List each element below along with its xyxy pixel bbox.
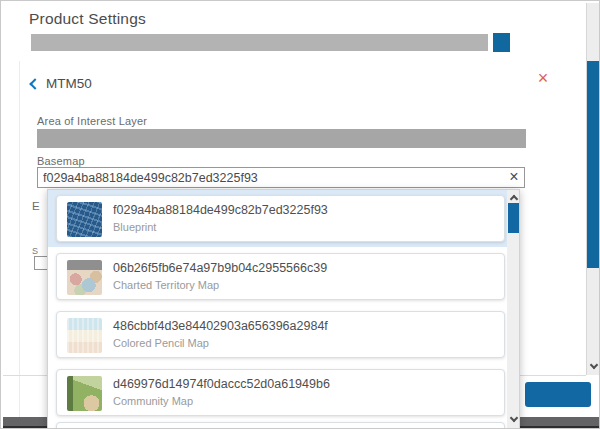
charted-territory-map-thumbnail: [67, 260, 102, 295]
basemap-option-id: 486cbbf4d3e84402903a656396a2984f: [113, 319, 328, 333]
dropdown-scrollbar-up-button[interactable]: [507, 190, 520, 203]
basemap-option-partial[interactable]: [56, 422, 505, 429]
dropdown-scrollbar-thumb[interactable]: [508, 203, 519, 233]
back-button[interactable]: MTM50: [31, 74, 92, 92]
basemap-option-name: Charted Territory Map: [113, 279, 219, 291]
chevron-down-icon: [509, 413, 517, 421]
basemap-option-id: f029a4ba88184de499c82b7ed3225f93: [113, 203, 328, 217]
panel-left-border: [19, 61, 20, 418]
blueprint-map-thumbnail: [67, 202, 102, 237]
basemap-option-name: Colored Pencil Map: [113, 337, 209, 349]
community-map-thumbnail: [67, 376, 102, 411]
basemap-option-name: Community Map: [113, 395, 193, 407]
basemap-dropdown: f029a4ba88184de499c82b7ed3225f93 Bluepri…: [47, 189, 520, 429]
obscured-field-label: S: [32, 246, 38, 256]
chevron-up-icon: [509, 194, 517, 202]
dropdown-scrollbar-down-button[interactable]: [507, 412, 520, 426]
basemap-option-community[interactable]: d469976d14974f0daccc52d0a61949b6 Communi…: [56, 369, 505, 416]
chevron-left-icon: [29, 78, 40, 89]
page-scrollbar-down-button[interactable]: [587, 359, 600, 374]
obscured-checkbox[interactable]: [34, 256, 48, 270]
basemap-input[interactable]: [37, 167, 525, 188]
basemap-field-label: Basemap: [37, 155, 85, 167]
progress-bar: [31, 34, 488, 51]
obscured-field-label: E: [32, 200, 40, 212]
product-settings-screen: Product Settings MTM50 × Area of Interes…: [0, 0, 600, 429]
primary-action-button[interactable]: [525, 382, 591, 407]
aoi-field-label: Area of Interest Layer: [37, 115, 147, 127]
basemap-option-id: d469976d14974f0daccc52d0a61949b6: [113, 377, 330, 391]
chevron-down-icon: [589, 361, 597, 369]
basemap-option-id: 06b26f5fb6e74a97b9b04c2955566c39: [113, 261, 327, 275]
colored-pencil-map-thumbnail: [67, 318, 102, 353]
close-icon[interactable]: ×: [534, 69, 552, 87]
aoi-value-bar[interactable]: [37, 129, 526, 148]
basemap-option-colored-pencil[interactable]: 486cbbf4d3e84402903a656396a2984f Colored…: [56, 311, 505, 358]
basemap-option-charted-territory[interactable]: 06b26f5fb6e74a97b9b04c2955566c39 Charted…: [56, 253, 505, 300]
clear-input-icon[interactable]: ×: [504, 168, 524, 187]
progress-handle: [493, 33, 510, 52]
back-button-label: MTM50: [46, 76, 92, 91]
basemap-option-blueprint[interactable]: f029a4ba88184de499c82b7ed3225f93 Bluepri…: [56, 195, 505, 242]
basemap-option-name: Blueprint: [113, 221, 156, 233]
page-scrollbar-thumb[interactable]: [587, 61, 600, 268]
page-title: Product Settings: [29, 10, 146, 28]
